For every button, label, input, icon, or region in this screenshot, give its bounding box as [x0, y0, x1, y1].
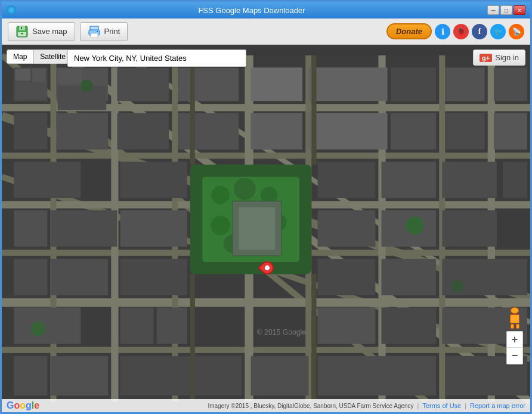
svg-rect-69 — [503, 162, 527, 198]
svg-rect-98 — [251, 113, 303, 150]
info-button[interactable]: ℹ — [435, 24, 450, 39]
print-label: Print — [104, 27, 120, 36]
svg-rect-35 — [117, 113, 169, 150]
map-type-controls: Map Satellite — [7, 50, 72, 64]
save-icon — [16, 25, 29, 38]
svg-rect-8 — [97, 31, 98, 32]
map-container[interactable]: © 2015 Google Map Satellite g+ Sign in — [2, 45, 530, 412]
svg-rect-73 — [14, 259, 47, 295]
zoom-in-button[interactable]: + — [506, 331, 523, 348]
map-background: © 2015 Google — [2, 45, 530, 412]
svg-point-91 — [81, 79, 92, 91]
window-controls: ─ □ ✕ — [487, 5, 525, 15]
svg-rect-103 — [190, 274, 195, 401]
save-map-label: Save map — [32, 27, 67, 36]
svg-rect-16 — [2, 153, 530, 159]
close-button[interactable]: ✕ — [514, 5, 525, 15]
svg-rect-39 — [15, 82, 47, 100]
svg-rect-88 — [251, 356, 309, 396]
svg-rect-33 — [117, 67, 169, 101]
bug-button[interactable]: 🐞 — [453, 24, 469, 39]
svg-rect-80 — [381, 259, 436, 295]
sign-in-label: Sign in — [495, 53, 519, 62]
svg-rect-46 — [391, 113, 436, 150]
svg-rect-3 — [21, 27, 22, 29]
zoom-controls: + − — [506, 307, 523, 364]
google-logo: Google — [7, 400, 39, 411]
svg-rect-43 — [391, 67, 436, 101]
svg-rect-32 — [57, 113, 109, 150]
title-bar: FSS Google Maps Downloader ─ □ ✕ — [2, 2, 530, 18]
svg-rect-77 — [120, 307, 154, 344]
map-svg: © 2015 Google — [2, 45, 530, 412]
zoom-out-button[interactable]: − — [506, 348, 523, 364]
svg-rect-61 — [14, 162, 81, 198]
bug-icon: 🐞 — [456, 27, 466, 36]
print-icon — [88, 25, 101, 38]
svg-rect-86 — [50, 356, 108, 396]
svg-rect-36 — [178, 113, 239, 150]
svg-rect-20 — [2, 347, 530, 353]
svg-point-51 — [211, 186, 230, 205]
svg-rect-79 — [318, 259, 376, 295]
minimize-button[interactable]: ─ — [487, 5, 499, 15]
svg-rect-82 — [318, 307, 376, 344]
svg-rect-42 — [58, 86, 106, 110]
twitter-icon: 🐦 — [494, 27, 503, 36]
svg-rect-89 — [318, 356, 437, 396]
svg-rect-104 — [311, 274, 316, 401]
map-footer: Google Imagery ©2015 , Bluesky, DigitalG… — [2, 399, 530, 412]
svg-point-52 — [234, 178, 256, 200]
facebook-icon: f — [478, 27, 481, 36]
svg-rect-68 — [442, 162, 497, 198]
app-icon — [7, 5, 16, 15]
map-marker[interactable] — [261, 261, 274, 274]
svg-rect-87 — [120, 356, 242, 396]
donate-button[interactable]: Donate — [386, 23, 432, 39]
facebook-button[interactable]: f — [472, 24, 487, 39]
report-error-link[interactable]: Report a map error — [470, 402, 525, 409]
svg-rect-76 — [14, 307, 81, 344]
terms-of-use-link[interactable]: Terms of Use — [422, 402, 461, 409]
svg-rect-64 — [120, 162, 187, 198]
svg-rect-65 — [120, 210, 187, 246]
svg-rect-101 — [190, 55, 195, 165]
svg-rect-48 — [494, 113, 527, 150]
svg-rect-19 — [2, 298, 530, 307]
svg-rect-7 — [91, 33, 98, 38]
satellite-view: © 2015 Google — [2, 45, 530, 412]
save-map-button[interactable]: Save map — [8, 22, 75, 41]
toolbar: Save map Print Donate ℹ — [2, 18, 530, 45]
maximize-button[interactable]: □ — [500, 5, 512, 15]
search-box — [67, 50, 246, 67]
print-button[interactable]: Print — [80, 22, 128, 41]
svg-rect-70 — [318, 210, 376, 246]
svg-rect-83 — [381, 307, 436, 344]
map-attribution: Imagery ©2015 , Bluesky, DigitalGlobe, S… — [208, 403, 413, 409]
svg-rect-97 — [308, 67, 387, 101]
pegman-button[interactable] — [506, 307, 523, 329]
window-frame: FSS Google Maps Downloader ─ □ ✕ Save ma… — [0, 0, 532, 414]
search-input[interactable] — [67, 50, 246, 67]
map-type-map-button[interactable]: Map — [7, 50, 33, 64]
window-title: FSS Google Maps Downloader — [16, 6, 487, 15]
svg-rect-96 — [251, 67, 303, 101]
svg-rect-74 — [50, 259, 108, 295]
svg-rect-60 — [239, 207, 275, 249]
twitter-button[interactable]: 🐦 — [490, 24, 506, 39]
separator-1: | — [417, 402, 419, 409]
sign-in-button[interactable]: g+ Sign in — [473, 50, 525, 66]
svg-rect-40 — [58, 69, 82, 84]
svg-rect-44 — [445, 67, 484, 101]
svg-text:© 2015 Google: © 2015 Google — [257, 328, 307, 336]
gplus-icon: g+ — [480, 54, 492, 62]
svg-rect-85 — [14, 356, 47, 396]
toolbar-left: Save map Print — [8, 22, 386, 41]
svg-point-95 — [31, 322, 45, 336]
svg-rect-102 — [311, 55, 316, 165]
svg-rect-75 — [120, 259, 187, 295]
svg-rect-99 — [308, 113, 387, 150]
rss-button[interactable]: 📡 — [509, 24, 524, 39]
info-icon: ℹ — [441, 27, 444, 36]
map-type-satellite-button[interactable]: Satellite — [33, 50, 72, 64]
